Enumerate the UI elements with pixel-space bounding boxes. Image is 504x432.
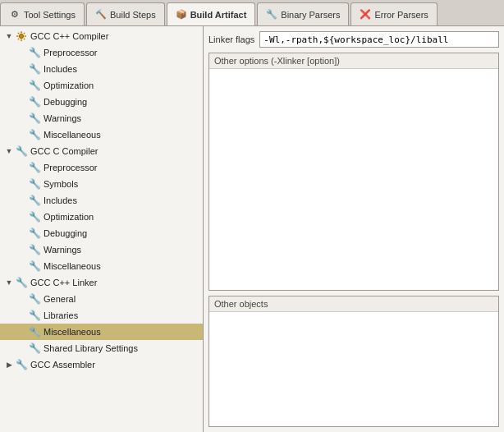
tree-gcc-cpp-compiler[interactable]: ▼ GCC C++ Compiler [0, 28, 203, 44]
tree-misc-c[interactable]: ▶ 🔧 Miscellaneous [0, 258, 203, 274]
general-linker-icon: 🔧 [28, 292, 41, 306]
tree-libraries-linker[interactable]: ▶ 🔧 Libraries [0, 307, 203, 324]
optimization-c-label: Optimization [44, 212, 94, 222]
warnings-c-icon: 🔧 [28, 243, 41, 256]
tree-optimization-c[interactable]: ▶ 🔧 Optimization [0, 209, 203, 225]
gcc-cpp-linker-label: GCC C++ Linker [30, 278, 97, 287]
linker-flags-row: Linker flags [208, 31, 499, 48]
error-parsers-icon: ❌ [360, 9, 371, 21]
binary-parsers-icon: 🔧 [266, 9, 277, 21]
gcc-assembler-icon: 🔧 [15, 358, 28, 371]
debugging-cpp-label: Debugging [44, 97, 87, 107]
optimization-c-icon: 🔧 [28, 210, 41, 223]
svg-rect-8 [23, 38, 25, 39]
tree-gcc-c-compiler[interactable]: ▼ 🔧 GCC C Compiler [0, 143, 203, 159]
svg-rect-2 [21, 39, 22, 42]
main-content: ▼ GCC C++ Compiler ▶ 🔧 Preprocesso [0, 26, 504, 432]
optimization-cpp-icon: 🔧 [28, 79, 41, 92]
libraries-linker-label: Libraries [44, 310, 78, 320]
tree-debugging-c[interactable]: ▶ 🔧 Debugging [0, 225, 203, 241]
debugging-c-label: Debugging [44, 228, 87, 238]
libraries-linker-icon: 🔧 [28, 309, 41, 322]
expand-gcc-assembler[interactable]: ▶ [3, 359, 15, 370]
warnings-c-label: Warnings [44, 245, 81, 255]
svg-rect-3 [16, 35, 19, 37]
preprocessor-cpp-label: Preprocessor [44, 48, 97, 57]
linker-flags-label: Linker flags [208, 34, 254, 44]
tree-includes-c[interactable]: ▶ 🔧 Includes [0, 192, 203, 209]
tab-build-steps[interactable]: 🔨 Build Steps [86, 2, 165, 25]
settings-panel: Linker flags Other options (-Xlinker [op… [204, 26, 504, 432]
warnings-cpp-label: Warnings [44, 113, 81, 123]
preprocessor-cpp-icon: 🔧 [28, 46, 41, 59]
other-objects-content[interactable] [209, 312, 498, 426]
tree-debugging-cpp[interactable]: ▶ 🔧 Debugging [0, 94, 203, 110]
debugging-cpp-icon: 🔧 [28, 95, 41, 108]
svg-rect-4 [25, 35, 27, 37]
svg-point-0 [19, 34, 23, 38]
misc-c-icon: 🔧 [28, 260, 41, 273]
svg-rect-1 [21, 31, 22, 34]
symbols-c-icon: 🔧 [28, 177, 41, 191]
tab-binary-parsers-label: Binary Parsers [281, 10, 340, 20]
tree-misc-linker[interactable]: ▶ 🔧 Miscellaneous [0, 324, 203, 340]
tree-preprocessor-cpp[interactable]: ▶ 🔧 Preprocessor [0, 44, 203, 61]
tab-binary-parsers[interactable]: 🔧 Binary Parsers [257, 2, 349, 25]
tab-error-parsers-label: Error Parsers [374, 10, 428, 20]
misc-linker-label: Miscellaneous [44, 327, 101, 337]
shared-lib-linker-icon: 🔧 [28, 342, 41, 355]
tree-misc-cpp[interactable]: ▶ 🔧 Miscellaneous [0, 126, 203, 143]
tab-tool-settings[interactable]: ⚙ Tool Settings [0, 2, 85, 25]
build-artifact-icon: 📦 [176, 9, 187, 21]
tab-tool-settings-label: Tool Settings [24, 10, 76, 20]
optimization-cpp-label: Optimization [44, 80, 94, 90]
misc-c-label: Miscellaneous [44, 261, 101, 271]
build-steps-icon: 🔨 [95, 9, 107, 21]
debugging-c-icon: 🔧 [28, 227, 41, 240]
misc-cpp-label: Miscellaneous [44, 130, 101, 140]
gcc-c-compiler-icon: 🔧 [15, 145, 28, 158]
expand-gcc-c-compiler[interactable]: ▼ [3, 145, 15, 157]
tree-warnings-c[interactable]: ▶ 🔧 Warnings [0, 241, 203, 258]
tab-build-steps-label: Build Steps [110, 10, 156, 20]
includes-cpp-label: Includes [44, 64, 77, 74]
tree-gcc-assembler[interactable]: ▶ 🔧 GCC Assembler [0, 356, 203, 373]
tree-includes-cpp[interactable]: ▶ 🔧 Includes [0, 61, 203, 77]
other-options-content[interactable] [209, 69, 498, 290]
shared-lib-linker-label: Shared Library Settings [44, 343, 138, 353]
tree-shared-lib-linker[interactable]: ▶ 🔧 Shared Library Settings [0, 340, 203, 356]
tab-bar: ⚙ Tool Settings 🔨 Build Steps 📦 Build Ar… [0, 0, 504, 26]
preprocessor-c-label: Preprocessor [44, 163, 97, 172]
tab-build-artifact[interactable]: 📦 Build Artifact [167, 2, 256, 25]
other-options-section: Other options (-Xlinker [option]) [208, 53, 499, 291]
other-objects-section: Other objects [208, 296, 499, 427]
svg-rect-7 [17, 38, 19, 39]
includes-c-label: Includes [44, 195, 77, 205]
tree-gcc-cpp-linker[interactable]: ▼ 🔧 GCC C++ Linker [0, 274, 203, 291]
tab-build-artifact-label: Build Artifact [190, 10, 247, 20]
expand-gcc-cpp-linker[interactable]: ▼ [3, 277, 15, 288]
preprocessor-c-icon: 🔧 [28, 161, 41, 174]
general-linker-label: General [44, 294, 76, 304]
gcc-cpp-compiler-icon [15, 30, 28, 43]
includes-c-icon: 🔧 [28, 194, 41, 207]
expand-gcc-cpp-compiler[interactable]: ▼ [3, 30, 15, 42]
tree-warnings-cpp[interactable]: ▶ 🔧 Warnings [0, 110, 203, 126]
misc-linker-icon: 🔧 [28, 325, 41, 338]
tree-panel: ▼ GCC C++ Compiler ▶ 🔧 Preprocesso [0, 26, 204, 432]
tool-settings-icon: ⚙ [9, 9, 21, 21]
tab-error-parsers[interactable]: ❌ Error Parsers [351, 2, 437, 25]
misc-cpp-icon: 🔧 [28, 128, 41, 141]
tree-general-linker[interactable]: ▶ 🔧 General [0, 291, 203, 307]
gcc-assembler-label: GCC Assembler [30, 360, 95, 370]
includes-cpp-icon: 🔧 [28, 62, 41, 76]
svg-rect-6 [23, 32, 25, 34]
gcc-cpp-linker-icon: 🔧 [15, 276, 28, 289]
linker-flags-input[interactable] [259, 31, 499, 48]
gcc-c-compiler-label: GCC C Compiler [30, 146, 99, 156]
tree-preprocessor-c[interactable]: ▶ 🔧 Preprocessor [0, 159, 203, 176]
other-objects-label: Other objects [209, 296, 498, 312]
svg-rect-5 [17, 32, 19, 34]
tree-symbols-c[interactable]: ▶ 🔧 Symbols [0, 176, 203, 192]
tree-optimization-cpp[interactable]: ▶ 🔧 Optimization [0, 77, 203, 94]
